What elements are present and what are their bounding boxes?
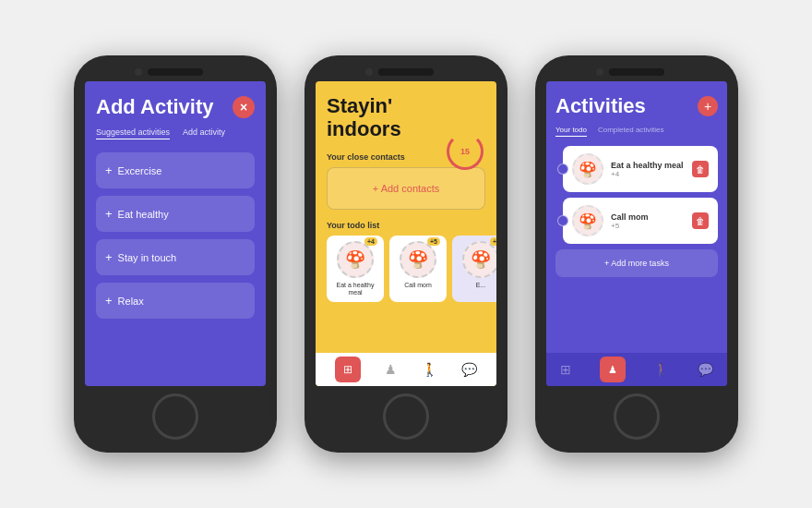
timer-value: 15 — [460, 147, 470, 156]
phone-2-home-button[interactable] — [383, 393, 429, 440]
s3-nav-active-icon[interactable]: ♟ — [600, 357, 626, 382]
activity-label: Eat healthy — [118, 209, 169, 220]
screen3-header: Activities + — [555, 94, 718, 118]
card-label-3: E... — [458, 282, 496, 289]
badge-2: +5 — [427, 237, 440, 246]
tab-your-todo[interactable]: Your todo — [555, 126, 587, 137]
activity-label: Stay in touch — [118, 252, 177, 263]
s3-nav-icon-3[interactable]: 🚶 — [653, 362, 669, 377]
s3-nav-icon-1[interactable]: ⊞ — [560, 362, 571, 377]
act-pts-1: +4 — [611, 170, 685, 178]
add-activity-button[interactable]: + — [698, 96, 718, 116]
card-avatar-1: 🍄 +4 — [337, 241, 374, 278]
tab-add[interactable]: Add activity — [183, 127, 225, 139]
add-contacts-box[interactable]: + Add contacts — [327, 167, 485, 210]
nav-home-icon[interactable]: ⊞ — [335, 357, 361, 382]
avatar-emoji-2: 🍄 — [400, 241, 436, 278]
screen3-title: Activities — [555, 94, 646, 118]
nav-icon-3[interactable]: 🚶 — [422, 362, 437, 377]
delete-btn-2[interactable]: 🗑 — [692, 212, 709, 229]
act-name-1: Eat a healthy meal — [611, 161, 685, 170]
todo-card-3[interactable]: 🍄 +3 E... — [452, 236, 496, 303]
phone-2: Stayin'indoors 15 Your close contacts + … — [304, 55, 508, 453]
plus-icon: + — [105, 294, 113, 308]
tasks-list: 🍄 Eat a healthy meal +4 🗑 🍄 Call mom +5 — [555, 146, 718, 244]
badge-3: +3 — [490, 237, 496, 246]
avatar-emoji-1: 🍄 — [337, 241, 374, 278]
close-button[interactable]: × — [233, 96, 255, 118]
badge-1: +4 — [364, 237, 377, 246]
screen2-nav: ⊞ ♟ 🚶 💬 — [316, 353, 496, 386]
screen-stayin-indoors: Stayin'indoors 15 Your close contacts + … — [316, 81, 496, 386]
task-card-1[interactable]: 🍄 Eat a healthy meal +4 🗑 — [563, 146, 718, 192]
timer-badge: 15 — [447, 133, 484, 170]
check-circle-1 — [557, 163, 568, 175]
screen-add-activity: Add Activity × Suggested activities Add … — [85, 81, 266, 386]
todo-card-2[interactable]: 🍄 +5 Call mom — [389, 236, 447, 303]
activity-stay-in-touch[interactable]: + Stay in touch — [96, 239, 255, 275]
plus-icon: + — [105, 207, 113, 221]
nav-icon-4[interactable]: 💬 — [461, 362, 477, 377]
act-avatar-1: 🍄 — [572, 153, 603, 185]
plus-icon: + — [105, 250, 113, 264]
todo-cards: 🍄 +4 Eat a healthymeal 🍄 +5 Call mom — [327, 236, 485, 303]
delete-btn-1[interactable]: 🗑 — [692, 161, 709, 177]
act-avatar-2: 🍄 — [572, 205, 603, 236]
activity-exercise[interactable]: + Excercise — [96, 152, 255, 188]
phone-3-screen: Activities + Your todo Completed activit… — [546, 81, 727, 386]
act-info-1: Eat a healthy meal +4 — [611, 161, 685, 178]
activity-label: Excercise — [118, 165, 162, 176]
nav-icon-2[interactable]: ♟ — [385, 362, 397, 377]
card-avatar-2: 🍄 +5 — [400, 241, 436, 278]
card-label-1: Eat a healthymeal — [332, 282, 378, 297]
activity-relax[interactable]: + Relax — [96, 283, 255, 319]
tab-suggested[interactable]: Suggested activities — [96, 127, 170, 139]
screen-activities: Activities + Your todo Completed activit… — [546, 81, 727, 386]
phone-3: Activities + Your todo Completed activit… — [535, 55, 738, 453]
phone-3-speaker — [609, 68, 664, 76]
check-circle-2 — [557, 215, 568, 226]
card-avatar-3: 🍄 +3 — [462, 241, 496, 278]
screen3-tabs: Your todo Completed activities — [555, 126, 718, 137]
phone-3-home-button[interactable] — [614, 393, 660, 440]
screen3-nav: ⊞ ♟ 🚶 💬 — [546, 353, 727, 386]
screen1-header: Add Activity × — [96, 96, 255, 118]
phone-2-speaker — [378, 68, 434, 76]
act-pts-2: +5 — [611, 222, 685, 230]
todo-card-1[interactable]: 🍄 +4 Eat a healthymeal — [327, 236, 384, 303]
act-name-2: Call mom — [611, 212, 685, 222]
activity-label: Relax — [118, 296, 144, 307]
activity-eat-healthy[interactable]: + Eat healthy — [96, 196, 255, 232]
tab-completed[interactable]: Completed activities — [598, 126, 664, 137]
phone-2-screen: Stayin'indoors 15 Your close contacts + … — [316, 81, 496, 386]
add-contacts-label: + Add contacts — [373, 183, 439, 194]
plus-icon: + — [105, 163, 113, 177]
screen1-title: Add Activity — [96, 96, 214, 118]
add-more-tasks-btn[interactable]: + Add more tasks — [555, 249, 718, 277]
phone-1-screen: Add Activity × Suggested activities Add … — [85, 81, 266, 386]
s3-nav-icon-4[interactable]: 💬 — [698, 362, 713, 377]
screen2-content: Stayin'indoors 15 Your close contacts + … — [316, 81, 496, 353]
screen3-content: Activities + Your todo Completed activit… — [546, 81, 727, 353]
phone-1: Add Activity × Suggested activities Add … — [74, 55, 277, 453]
act-info-2: Call mom +5 — [611, 212, 685, 230]
avatar-emoji-3: 🍄 — [462, 241, 496, 278]
tabs-row: Suggested activities Add activity — [96, 127, 255, 139]
phone-1-speaker — [148, 68, 203, 76]
card-label-2: Call mom — [395, 282, 441, 289]
phone-1-home-button[interactable] — [152, 393, 198, 440]
task-card-2[interactable]: 🍄 Call mom +5 🗑 — [563, 198, 718, 244]
todo-section-label: Your todo list — [327, 221, 485, 230]
